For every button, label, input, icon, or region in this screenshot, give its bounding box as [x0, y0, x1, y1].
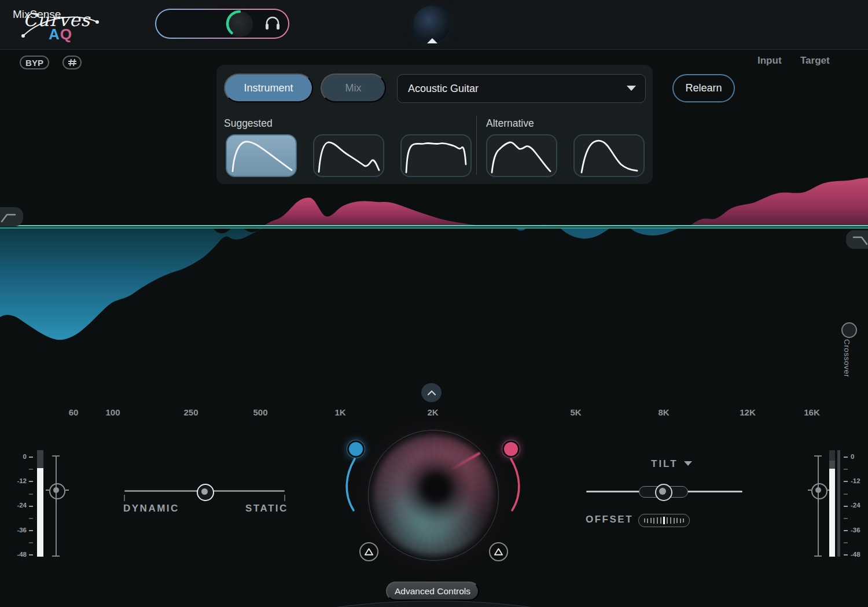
mixsense-knob-arc	[225, 9, 255, 39]
input-gain-slider[interactable]	[49, 483, 65, 499]
static-label: STATIC	[245, 503, 288, 514]
tilt-track-left[interactable]	[586, 491, 640, 492]
plugin-window: Crossover Curves AQ MixSense BYP Input T…	[0, 0, 868, 607]
freq-label-60: 60	[69, 407, 79, 417]
headphones-icon[interactable]	[264, 15, 281, 31]
spectrum-blue-area	[0, 228, 264, 340]
grid-icon	[68, 58, 77, 67]
mixsense-orb-button[interactable]	[413, 6, 450, 43]
freq-label-16k: 16K	[804, 407, 820, 417]
triangle-icon	[494, 547, 503, 556]
output-level-meter	[829, 450, 835, 557]
lowpass-filter-icon	[851, 233, 868, 246]
output-gain-track[interactable]	[818, 457, 819, 556]
curve-thumbnail-suggested-1[interactable]	[226, 134, 297, 177]
highpass-filter-icon	[0, 211, 18, 223]
group-divider	[476, 116, 477, 175]
output-level-meter-secondary	[837, 450, 840, 557]
triangle-icon	[364, 547, 374, 556]
meter-mode-input[interactable]: Input	[757, 55, 782, 67]
bypass-button[interactable]: BYP	[20, 56, 49, 69]
logo-aq: AQ	[49, 25, 72, 43]
chevron-up-icon[interactable]	[427, 38, 437, 43]
collapse-up-button[interactable]	[421, 383, 442, 402]
preset-select[interactable]: Acoustic Guitar	[397, 74, 646, 103]
input-gain-track[interactable]	[56, 457, 57, 556]
alternative-label: Alternative	[486, 117, 534, 130]
dynamic-label: DYNAMIC	[123, 503, 179, 514]
freq-label-500: 500	[253, 407, 267, 417]
curve-thumbnail-suggested-3[interactable]	[400, 134, 472, 177]
freq-label-1k: 1K	[334, 407, 345, 417]
offset-label: OFFSET	[586, 514, 633, 525]
mixsense-label: MixSense	[13, 8, 61, 21]
freq-label-5k: 5K	[570, 407, 581, 417]
crossover-knob[interactable]	[841, 322, 857, 338]
meter-mode-target[interactable]: Target	[800, 55, 830, 67]
reset-left-button[interactable]	[359, 542, 378, 561]
advanced-controls-button[interactable]: Advanced Controls	[386, 582, 479, 601]
tilt-slider[interactable]	[655, 484, 672, 501]
curve-thumbnail-suggested-2[interactable]	[313, 134, 384, 177]
caret-down-icon	[627, 86, 636, 91]
tilt-label: TILT	[651, 458, 678, 470]
blue-arc-handle[interactable]	[347, 440, 365, 458]
tab-mix[interactable]: Mix	[321, 73, 386, 102]
spectrum-pink-ridge	[686, 178, 868, 228]
lowpass-filter-button[interactable]	[846, 230, 868, 249]
grid-options-button[interactable]	[62, 56, 82, 69]
highpass-filter-button[interactable]	[0, 207, 23, 226]
input-level-meter	[37, 450, 43, 557]
suggested-label: Suggested	[224, 117, 273, 130]
output-gain-slider[interactable]	[811, 483, 827, 499]
spectrum-pink-area	[260, 197, 514, 228]
freq-label-250: 250	[183, 407, 198, 417]
tilt-dropdown-caret[interactable]	[684, 461, 692, 466]
preset-value: Acoustic Guitar	[408, 83, 479, 95]
freq-label-2k: 2K	[427, 407, 438, 417]
pink-arc-handle[interactable]	[502, 440, 520, 458]
freq-label-100: 100	[105, 407, 120, 417]
dynamic-static-slider[interactable]	[197, 484, 214, 501]
bottom-vignette	[0, 601, 868, 607]
tab-instrument[interactable]: Instrument	[224, 73, 313, 102]
curve-thumbnail-alternative-1[interactable]	[486, 134, 557, 177]
curve-thumbnail-alternative-2[interactable]	[573, 134, 645, 177]
crossover-label: Crossover	[843, 339, 851, 377]
relearn-button[interactable]: Relearn	[672, 74, 735, 102]
freq-label-8k: 8K	[658, 407, 669, 417]
target-curve-line[interactable]	[0, 225, 868, 229]
freq-label-12k: 12K	[740, 407, 756, 417]
offset-wheel[interactable]	[638, 514, 690, 527]
tilt-track-right[interactable]	[686, 491, 742, 492]
reset-right-button[interactable]	[489, 542, 508, 561]
